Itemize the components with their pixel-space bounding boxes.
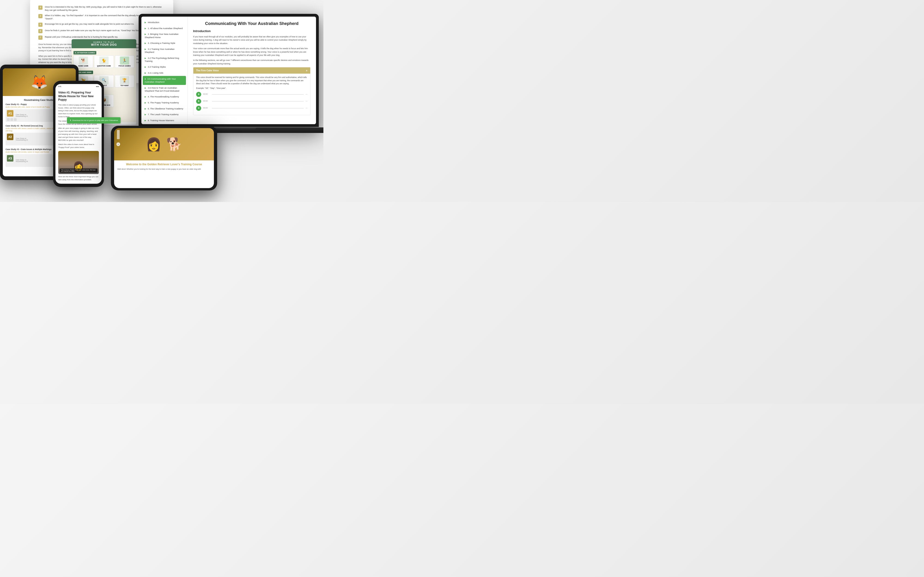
sidebar-item-3[interactable]: ▶ 3. Choosing a Training Style [141,40,187,46]
audio-row-2: 00:00 — [196,99,307,104]
sidebar-item-2[interactable]: ▶ 2. Bringing Your New Australian Shephe… [141,31,187,40]
sidebar-check-icon: ▶ [145,33,146,35]
doc-item-num: 3 [38,6,42,10]
sidebar-item-1[interactable]: ▶ 1. All about the Australian Shepherd [141,26,187,31]
audio-play-btn-2[interactable] [196,99,201,104]
phone-horiz-content: Welcome to the Golden Retriever Lover's … [114,160,214,188]
sidebar-item-15[interactable]: ▶ 9. Fixing Bad Behaviors [141,123,187,124]
study-2-num: #2 [7,134,13,140]
sidebar-item-5[interactable]: ▶ 3.2 The Psychology Behind Dog Training [141,55,187,64]
sidebar-check-icon: ▶ [145,95,146,98]
laptop-page-title: Communicating With Your Australian Sheph… [193,21,310,26]
sidebar-item-14[interactable]: ▶ 8. Training House Manners [141,118,187,124]
phone-tall-content: Video #1: Preparing Your Whole House for… [55,89,102,184]
name-game-icon: 🐕 [79,56,88,64]
phone-horiz-text: Well done! Whether you're looking for th… [117,168,211,171]
sidebar-item-0[interactable]: ▶ Introduction [141,19,187,26]
section-a-title: A. ATTENTION GAMES [73,51,96,55]
sidebar-check-icon: ▶ [145,27,146,29]
phone-tall-screen: 9:41 ●●● Video #1: Preparing Your Whole … [55,84,102,184]
sidebar-check-icon: ▶ [145,21,146,24]
audio-duration-3: — [305,106,307,110]
sidebar-item-11[interactable]: ▶ 5. The Puppy Training Academy [141,100,187,106]
download-icon: ⬇ [70,119,71,122]
audio-bar-1[interactable] [212,94,304,95]
statusbar-time: 9:41 [58,85,61,87]
sidebar-indicator [117,130,120,139]
tablet-fox-icon: 🦊 [31,74,48,90]
action-dot-3 [14,118,17,121]
game-focus-label: FOCUS GAMES [116,65,133,67]
phone-horiz-device: ‹ 👩 🐕 Welcome to the Golden Retriever Lo… [111,126,222,195]
accordion-title: The Firm Calm Voice [196,69,219,72]
phone-tall-para4: Watch this video to learn more about how… [58,143,99,149]
doc-item-num: 5 [38,23,42,27]
audio-play-btn-1[interactable] [196,92,201,97]
sidebar-item-13[interactable]: ▶ 7. The Leash Training Academy [141,111,187,118]
laptop-sidebar-list: ▶ Introduction▶ 1. All about the Austral… [141,19,187,124]
accordion-firm-voice[interactable]: The Firm Calm Voice ∧ This voice should … [193,67,310,115]
sidebar-check-icon: ▶ [145,108,146,110]
phone-tall-statusbar: 9:41 ●●● [55,84,102,89]
audio-duration-2: — [305,100,307,103]
sidebar-item-10[interactable]: ▶ 4. The Housebreaking Academy [141,94,187,100]
sidebar-item-12[interactable]: ▶ 6. The Obedience Training Academy [141,106,187,112]
laptop-intro-subtitle: Introduction [193,29,310,33]
hero-dog-icon: 🐕 [166,137,182,152]
audio-time-2: 00:00 [203,100,210,103]
phone-tall-device: 9:41 ●●● Video #1: Preparing Your Whole … [53,81,108,192]
sidebar-check-icon: ▶ [145,119,146,122]
phone-horiz-outer: ‹ 👩 🐕 Welcome to the Golden Retriever Lo… [111,126,217,190]
phone-horiz-sidebar-btn[interactable]: ‹ [116,142,120,146]
look-at-me-icon: 🐈 [99,56,108,64]
game-card-toy: 🏆 TOY HUNT [115,75,134,87]
sidebar-item-7[interactable]: ▶ 3.4.1 using Aids [141,70,187,76]
phone-horiz-hero: ‹ 👩 🐕 [114,128,214,160]
doc-item-num: 6 [38,29,42,33]
study-3-num: #3 [7,155,13,161]
statusbar-icons: ●●● [96,85,99,87]
laptop-intro-text-2: Your voice can communicate more than the… [193,47,310,57]
doc-item-text: Once he finds it, praise him and make su… [45,29,152,33]
phone-horiz-title: Welcome to the Golden Retriever Lover's … [117,163,211,166]
focus-icon: 🏃 [120,56,129,64]
phone-tall-para1: This video is about puppy-proofing your … [58,104,99,118]
infographic-title: WITH YOUR DOG [73,43,134,47]
toy-hunt-icon: 🏆 [120,76,129,84]
audio-bar-2[interactable] [212,101,304,102]
sidebar-check-icon: ▶ [145,42,146,44]
audio-bar-3[interactable] [212,108,304,108]
accordion-content: This voice should be reserved for traini… [193,74,310,115]
laptop-screen-outer: ▶ Introduction▶ 1. All about the Austral… [139,14,319,127]
sidebar-check-icon: ▶ [145,87,146,89]
sidebar-item-4[interactable]: ▶ 3.1 Training Your Australian Shepherd [141,46,187,55]
accordion-header[interactable]: The Firm Calm Voice ∧ [193,68,310,74]
accordion-chevron-icon: ∧ [306,69,307,72]
game-look-label: QUESTION GAME [95,65,113,67]
download-banner[interactable]: ⬇ Download the list of games to play wit… [67,117,121,124]
doc-list-item: 3 Once he is interested in the toy, hide… [38,6,165,12]
accordion-text: This voice should be reserved for traini… [196,76,307,85]
game-card-focus: 🏃 FOCUS GAMES [115,55,134,68]
hero-person-icon: 👩 [146,137,162,152]
study-1-num: #1 [7,110,13,116]
laptop-intro-text-3: In the following sections, we will go ov… [193,59,310,65]
audio-duration-1: — [305,93,307,96]
phone-tall-video-thumb[interactable]: 👩 This is how to "Puppy Proof" your enti… [58,151,99,174]
phone-tall-para3: After all, your new puppy is going to ta… [58,127,99,142]
audio-row-3: 00:00 — [196,106,307,111]
download-text: Download the list of games to play with … [72,119,118,122]
sidebar-check-icon: ▶ [145,57,146,59]
sidebar-item-6[interactable]: ▶ 3.3 Training Styles [141,64,187,70]
sidebar-check-icon: ▶ [145,48,146,50]
infographic-games-label: GAMES TO PLAY [73,41,134,43]
sidebar-check-icon: ▶ [145,102,146,104]
infographic-header: GAMES TO PLAY WITH YOUR DOG [72,39,136,48]
sidebar-check-icon: ▶ [145,113,146,116]
audio-play-btn-3[interactable] [196,106,201,111]
checklist-text-1: Preparing the home before puppy comes ho… [63,183,99,184]
laptop-device: ▶ Introduction▶ 1. All about the Austral… [139,14,323,143]
phone-tall-para5: Here are the three most important things… [58,176,99,181]
sidebar-item-8[interactable]: ● 3.5 Communicating with Your Australian… [143,76,186,85]
sidebar-item-9[interactable]: ▶ 3.6 How to Train an Australian Shepher… [141,85,187,94]
